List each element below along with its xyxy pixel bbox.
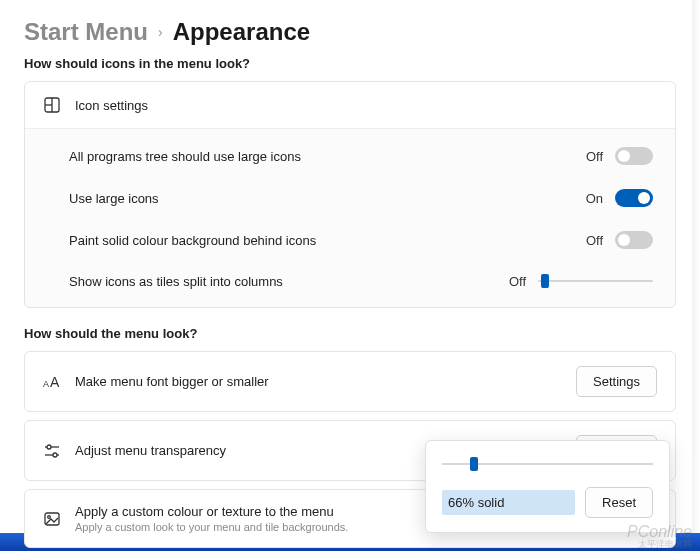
breadcrumb-parent[interactable]: Start Menu xyxy=(24,18,148,46)
slider-row-tiles-columns: Show icons as tiles split into columns O… xyxy=(25,261,675,301)
window-right-edge xyxy=(692,0,700,533)
breadcrumb: Start Menu › Appearance xyxy=(24,18,676,46)
transparency-value[interactable]: 66% solid xyxy=(442,490,575,515)
toggle-row-large-tree-icons: All programs tree should use large icons… xyxy=(25,135,675,177)
row-label: Paint solid colour background behind ico… xyxy=(69,233,316,248)
toggle-solid-bg[interactable] xyxy=(615,231,653,249)
svg-point-8 xyxy=(53,453,57,457)
row-label: Show icons as tiles split into columns xyxy=(69,274,283,289)
toggle-large-icons[interactable] xyxy=(615,189,653,207)
tiles-columns-slider[interactable] xyxy=(538,273,653,289)
row-label: All programs tree should use large icons xyxy=(69,149,301,164)
section-heading-icons: How should icons in the menu look? xyxy=(24,56,676,71)
transparency-popup: 66% solid Reset xyxy=(425,440,670,533)
layout-icon xyxy=(43,96,61,114)
font-size-row: AA Make menu font bigger or smaller Sett… xyxy=(24,351,676,412)
font-size-icon: AA xyxy=(43,373,61,391)
image-icon xyxy=(43,510,61,528)
row-label: Apply a custom colour or texture to the … xyxy=(75,504,348,519)
icon-settings-header[interactable]: Icon settings xyxy=(25,82,675,129)
font-settings-button[interactable]: Settings xyxy=(576,366,657,397)
svg-point-10 xyxy=(48,515,51,518)
toggle-state: Off xyxy=(579,233,603,248)
row-label: Use large icons xyxy=(69,191,159,206)
toggle-large-tree-icons[interactable] xyxy=(615,147,653,165)
toggle-row-large-icons: Use large icons On xyxy=(25,177,675,219)
icon-settings-card: Icon settings All programs tree should u… xyxy=(24,81,676,308)
transparency-slider[interactable] xyxy=(442,455,653,473)
section-heading-menu: How should the menu look? xyxy=(24,326,676,341)
row-label: Adjust menu transparency xyxy=(75,443,226,458)
slider-state: Off xyxy=(502,274,526,289)
row-sublabel: Apply a custom look to your menu and til… xyxy=(75,521,348,533)
svg-point-6 xyxy=(47,445,51,449)
icon-settings-title: Icon settings xyxy=(75,98,148,113)
page-title: Appearance xyxy=(173,18,310,46)
toggle-state: Off xyxy=(579,149,603,164)
chevron-right-icon: › xyxy=(158,24,163,40)
svg-text:A: A xyxy=(43,379,49,389)
toggle-state: On xyxy=(579,191,603,206)
toggle-row-solid-bg: Paint solid colour background behind ico… xyxy=(25,219,675,261)
svg-text:A: A xyxy=(50,374,60,390)
sliders-icon xyxy=(43,442,61,460)
reset-button[interactable]: Reset xyxy=(585,487,653,518)
row-label: Make menu font bigger or smaller xyxy=(75,374,269,389)
